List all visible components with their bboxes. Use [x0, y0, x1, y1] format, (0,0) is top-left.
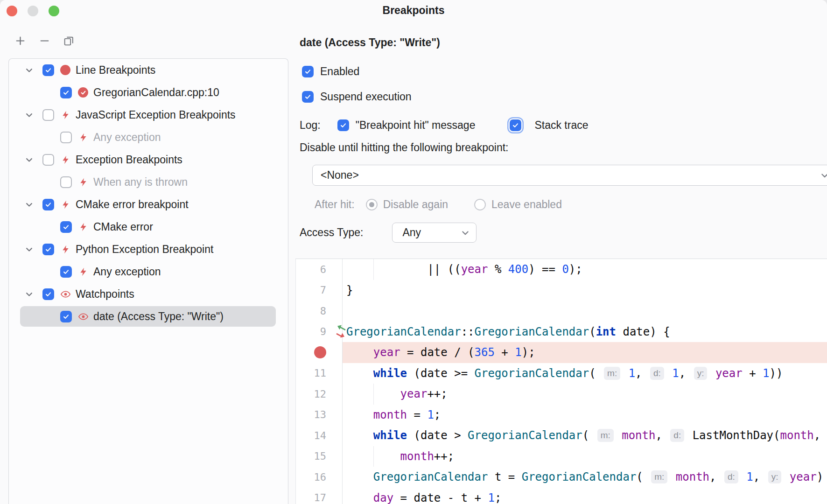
code-text [343, 301, 827, 322]
stack-trace-checkbox[interactable] [510, 119, 521, 131]
tree-row[interactable]: Watchpoints [9, 283, 288, 305]
gutter-line-number[interactable]: 16 [296, 467, 343, 488]
add-breakpoint-button[interactable] [14, 35, 26, 47]
tree-item-label: CMake error breakpoint [76, 198, 189, 211]
gutter-line-number[interactable]: 14 [296, 425, 343, 446]
gutter-line-number[interactable] [296, 342, 343, 363]
tree-item-label: Any exception [93, 131, 161, 144]
zoom-button[interactable] [49, 6, 59, 16]
gutter-line-number[interactable]: 17 [296, 488, 343, 504]
check-icon [512, 122, 519, 129]
code-text: year++; [343, 384, 827, 405]
code-line: 11 while (date >= GregorianCalendar( m: … [296, 363, 827, 384]
chevron-down-icon[interactable] [23, 200, 35, 209]
close-button[interactable] [7, 6, 17, 16]
indent-guide [373, 259, 374, 280]
tree-row[interactable]: CMake error breakpoint [9, 193, 288, 216]
after-hit-row: After hit: Disable again Leave enabled [315, 198, 562, 211]
chevron-down-icon[interactable] [23, 155, 35, 164]
gutter-line-number[interactable]: 8 [296, 301, 343, 322]
tree-row[interactable]: date (Access Type: "Write") [9, 305, 288, 328]
access-type-value: Any [402, 226, 421, 239]
code-line: 14 while (date > GregorianCalendar( m: m… [296, 425, 827, 446]
tree-row[interactable]: Any exception [9, 260, 288, 283]
checkbox[interactable] [60, 176, 72, 188]
checkbox[interactable] [60, 132, 72, 143]
access-type-label: Access Type: [300, 226, 363, 239]
tree-row[interactable]: CMake error [9, 216, 288, 238]
watchpoint-icon [60, 289, 71, 300]
chevron-down-icon [461, 228, 470, 238]
checkbox[interactable] [60, 266, 72, 278]
group-breakpoints-button[interactable] [63, 35, 75, 47]
enabled-checkbox[interactable] [302, 66, 314, 77]
checkbox[interactable] [42, 199, 54, 210]
access-type-select[interactable]: Any [392, 223, 477, 243]
watchpoint-icon [78, 311, 89, 322]
checkbox[interactable] [42, 288, 54, 300]
tree-row[interactable]: Any exception [9, 126, 288, 148]
leave-enabled-radio[interactable] [474, 199, 486, 210]
gutter-line-number[interactable]: 12 [296, 384, 343, 405]
leave-enabled-label: Leave enabled [491, 198, 562, 211]
breakpoints-dialog: Breakpoints Line BreakpointsGregorianCal… [0, 0, 827, 504]
tree-item-label: Line Breakpoints [76, 64, 155, 77]
chevron-down-icon[interactable] [23, 290, 35, 299]
exception-breakpoint-icon [61, 155, 70, 165]
gutter-line-number[interactable]: 15 [296, 446, 343, 467]
tree-row[interactable]: Exception Breakpoints [9, 148, 288, 171]
minimize-button[interactable] [28, 6, 38, 16]
remove-breakpoint-button[interactable] [38, 35, 50, 47]
exception-breakpoint-icon [61, 110, 70, 120]
exception-breakpoint-icon [61, 245, 70, 254]
code-text: year = date / (365 + 1); [343, 342, 827, 363]
code-line: 8 [296, 301, 827, 322]
chevron-down-icon[interactable] [23, 111, 35, 119]
enabled-breakpoint-icon [78, 87, 88, 98]
check-icon [304, 68, 311, 75]
disable-again-radio[interactable] [366, 199, 378, 210]
disable-until-combobox[interactable]: <None> [312, 165, 827, 186]
checkbox[interactable] [60, 221, 72, 233]
breakpoint-dot-icon[interactable] [314, 346, 326, 358]
window-title: Breakpoints [0, 4, 827, 17]
tree-item-label: CMake error [93, 221, 153, 233]
gutter-line-number[interactable]: 6 [296, 259, 343, 280]
indent-guide [373, 446, 374, 467]
checkbox[interactable] [42, 64, 54, 76]
gutter-line-number[interactable]: 11 [296, 363, 343, 384]
code-line: 17 day = date - t + 1; [296, 488, 827, 504]
after-hit-label: After hit: [315, 198, 355, 211]
suspend-execution-checkbox[interactable] [302, 91, 314, 103]
exception-breakpoint-icon [61, 200, 70, 210]
gutter-line-number[interactable]: 7 [296, 280, 343, 301]
chevron-down-icon[interactable] [23, 66, 35, 75]
disable-until-label: Disable until hitting the following brea… [300, 141, 509, 154]
tree-row[interactable]: GregorianCalendar.cpp:10 [9, 81, 288, 104]
exception-breakpoint-icon [78, 177, 88, 187]
code-line: 12 year++; [296, 384, 827, 405]
stack-trace-label: Stack trace [534, 119, 588, 132]
code-line: year = date / (365 + 1); [296, 342, 827, 363]
suspend-execution-label: Suspend execution [320, 91, 412, 103]
group-by-icon [63, 35, 75, 47]
tree-row[interactable]: When any is thrown [9, 171, 288, 193]
tree-item-label: date (Access Type: "Write") [93, 310, 224, 323]
checkbox[interactable] [60, 311, 72, 322]
code-line: 9GregorianCalendar::GregorianCalendar(in… [296, 322, 827, 343]
code-line: 15 month++; [296, 446, 827, 467]
checkbox[interactable] [60, 87, 72, 98]
gutter-line-number[interactable]: 13 [296, 405, 343, 426]
tree-row[interactable]: JavaScript Exception Breakpoints [9, 104, 288, 126]
checkbox[interactable] [42, 109, 54, 121]
chevron-down-icon[interactable] [23, 245, 35, 254]
tree-item-label: GregorianCalendar.cpp:10 [93, 86, 219, 99]
checkbox[interactable] [42, 244, 54, 255]
tree-item-label: Any exception [93, 266, 161, 278]
breakpoint-hit-message-checkbox[interactable] [337, 119, 349, 131]
tree-item-label: Exception Breakpoints [76, 154, 182, 166]
tree-row[interactable]: Line Breakpoints [9, 59, 288, 81]
exception-breakpoint-icon [78, 222, 88, 232]
tree-row[interactable]: Python Exception Breakpoint [9, 238, 288, 260]
checkbox[interactable] [42, 154, 54, 166]
